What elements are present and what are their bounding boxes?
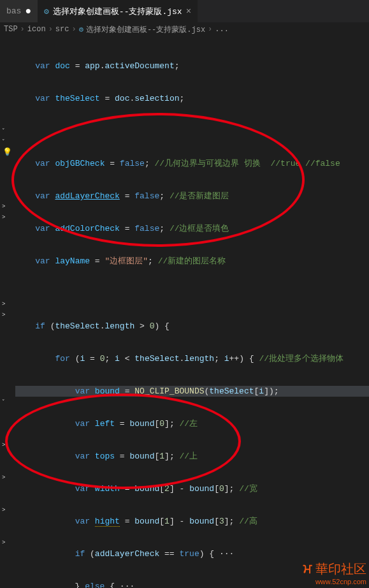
tab-bar: bas ● ⚙ 选择对象创建画板--支持蒙版.jsx × <box>0 0 369 22</box>
fold-icon[interactable]: > <box>2 507 5 513</box>
fold-icon[interactable]: ˅ <box>2 138 5 145</box>
code-line <box>15 126 369 136</box>
code-line-highlight: var bound = NO_CLIP_BOUNDS(theSelect[i])… <box>15 386 369 397</box>
code-body: var doc = app.activeDocument; var theSel… <box>0 36 369 588</box>
close-icon[interactable]: × <box>186 6 191 17</box>
fold-icon[interactable]: > <box>2 312 5 318</box>
code-line: for (i = 0; i < theSelect.length; i++) {… <box>15 353 369 364</box>
fold-icon[interactable]: ˅ <box>2 128 5 135</box>
lightbulb-icon[interactable]: 💡 <box>3 147 12 157</box>
code-line: var tops = bound[1]; //上 <box>15 451 369 462</box>
tab-inactive[interactable]: bas ● <box>0 0 38 22</box>
breadcrumb-tail: ... <box>215 25 229 34</box>
modified-dot-icon: ● <box>25 6 31 17</box>
code-line: var layName = "边框图层"; //新建的图层名称 <box>15 256 369 267</box>
code-line: var left = bound[0]; //左 <box>15 418 369 429</box>
code-line: var width = bound[2] - bound[0]; //宽 <box>15 483 369 494</box>
code-line <box>15 288 369 299</box>
chevron-right-icon: › <box>208 25 212 34</box>
chevron-right-icon: › <box>20 25 25 34</box>
fold-icon[interactable]: > <box>2 203 5 210</box>
breadcrumb-seg: src <box>55 25 69 34</box>
code-line: var theSelect = doc.selection; <box>15 93 369 104</box>
code-line: var doc = app.activeDocument; <box>15 61 369 71</box>
code-line: var addLayerCheck = false; //是否新建图层 <box>15 191 369 202</box>
fold-icon[interactable]: > <box>2 301 5 307</box>
fold-icon[interactable]: > <box>2 442 5 448</box>
tab-label: bas <box>6 6 21 16</box>
code-line: var hight = bound[1] - bound[3]; //高 <box>15 516 369 527</box>
file-icon: ⚙ <box>79 25 83 34</box>
fold-icon[interactable]: > <box>2 214 5 221</box>
code-line: } else { ··· <box>15 581 369 588</box>
chevron-right-icon: › <box>71 25 76 34</box>
fold-icon[interactable]: > <box>2 540 5 546</box>
file-icon: ⚙ <box>44 6 49 17</box>
breadcrumb[interactable]: TSP › icon › src › ⚙ 选择对象创建画板--支持蒙版.jsx … <box>0 22 369 36</box>
fold-icon[interactable]: > <box>2 474 5 481</box>
tab-label: 选择对象创建画板--支持蒙版.jsx <box>53 6 182 17</box>
code-line: if (addLayerCheck == true) { ··· <box>15 548 369 559</box>
code-line: if (theSelect.length > 0) { <box>15 321 369 332</box>
breadcrumb-seg: TSP <box>4 25 18 34</box>
breadcrumb-seg: icon <box>27 25 46 34</box>
tab-active[interactable]: ⚙ 选择对象创建画板--支持蒙版.jsx × <box>38 0 198 22</box>
fold-icon[interactable]: ˅ <box>2 399 5 406</box>
gutter: 💡 ˅ ˅ > > > > ˅ > > > > <box>0 36 11 588</box>
chevron-right-icon: › <box>48 25 53 34</box>
code-line: var addColorCheck = false; //边框是否填色 <box>15 223 369 234</box>
breadcrumb-seg: 选择对象创建画板--支持蒙版.jsx <box>86 24 205 35</box>
code-line: var objGBCheck = false; //几何边界与可视边界 切换 /… <box>15 158 369 169</box>
code-editor[interactable]: var doc = app.activeDocument; var theSel… <box>0 36 369 588</box>
